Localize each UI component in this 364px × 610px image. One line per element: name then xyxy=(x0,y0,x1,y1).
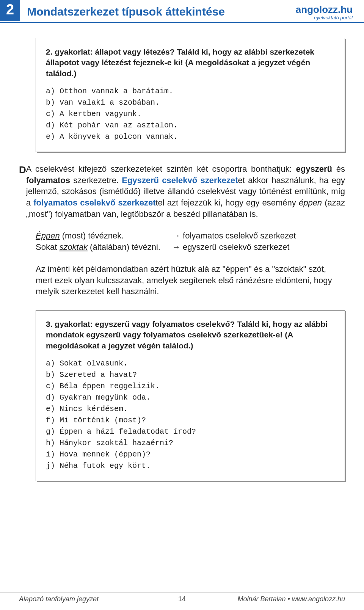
footer-page-number: 14 xyxy=(163,595,201,603)
example-right: → egyszerű cselekvő szerkezet xyxy=(172,241,289,253)
footer-right: Molnár Bertalan • www.angolozz.hu xyxy=(201,595,345,603)
exercise-3-box: 3. gyakorlat: egyszerű vagy folyamatos c… xyxy=(36,310,345,481)
text-fragment: A cselekvést kifejező szerkezeteket szin… xyxy=(26,164,296,174)
section-d-block: D A cselekvést kifejező szerkezeteket sz… xyxy=(19,163,345,220)
text-fragment: és xyxy=(332,164,345,174)
chapter-number-badge: 2 xyxy=(0,0,20,21)
page-footer: Alapozó tanfolyam jegyzet 14 Molnár Bert… xyxy=(0,593,364,603)
text-term-blue: folyamatos cselekvő szerkezet xyxy=(33,198,155,207)
underlined-word: Éppen xyxy=(36,231,60,240)
text-bold: egyszerű xyxy=(296,164,332,174)
example-left: Sokat szoktak (általában) tévézni. xyxy=(36,241,172,253)
section-marker-d: D xyxy=(19,163,26,175)
text-bold: folyamatos xyxy=(26,176,70,185)
exercise-3-items: a) Sokat olvasunk. b) Szereted a havat? … xyxy=(46,358,335,472)
exercise-2-items: a) Otthon vannak a barátaim. b) Van vala… xyxy=(46,86,335,143)
underlined-word: szoktak xyxy=(59,242,88,252)
text-fragment: (általában) tévézni. xyxy=(88,242,160,252)
section-d-paragraph: A cselekvést kifejező szerkezeteket szin… xyxy=(26,163,345,220)
example-right: → folyamatos cselekvő szerkezet xyxy=(172,230,296,241)
brand-name: angolozz.hu xyxy=(296,4,353,16)
example-row: Éppen (most) tévéznek. → folyamatos csel… xyxy=(36,230,345,241)
example-left: Éppen (most) tévéznek. xyxy=(36,230,172,241)
page-content: 2. gyakorlat: állapot vagy létezés? Talá… xyxy=(0,23,364,481)
examples-table: Éppen (most) tévéznek. → folyamatos csel… xyxy=(36,230,345,252)
text-fragment: Sokat xyxy=(36,242,59,252)
text-italic: éppen xyxy=(299,198,322,207)
text-fragment: tel azt fejezzük ki, hogy egy esemény xyxy=(156,198,299,207)
brand-tagline: nyelvoktató portál xyxy=(296,15,353,20)
chapter-title: Mondatszerkezet típusok áttekintése xyxy=(20,0,296,18)
text-term-blue: Egyszerű cselekvő szerkezet xyxy=(122,176,238,185)
example-row: Sokat szoktak (általában) tévézni. → egy… xyxy=(36,241,345,253)
exercise-3-title: 3. gyakorlat: egyszerű vagy folyamatos c… xyxy=(46,319,335,351)
brand-block: angolozz.hu nyelvoktató portál xyxy=(296,0,353,20)
text-fragment: szerkezetre. xyxy=(70,176,122,185)
footer-left: Alapozó tanfolyam jegyzet xyxy=(19,595,163,603)
text-fragment: (most) tévéznek. xyxy=(60,231,124,240)
page-header: 2 Mondatszerkezet típusok áttekintése an… xyxy=(0,0,364,23)
exercise-2-title: 2. gyakorlat: állapot vagy létezés? Talá… xyxy=(46,47,335,79)
exercise-2-box: 2. gyakorlat: állapot vagy létezés? Talá… xyxy=(36,38,345,152)
explanation-paragraph: Az iménti két példamondatban azért húztu… xyxy=(36,263,345,297)
